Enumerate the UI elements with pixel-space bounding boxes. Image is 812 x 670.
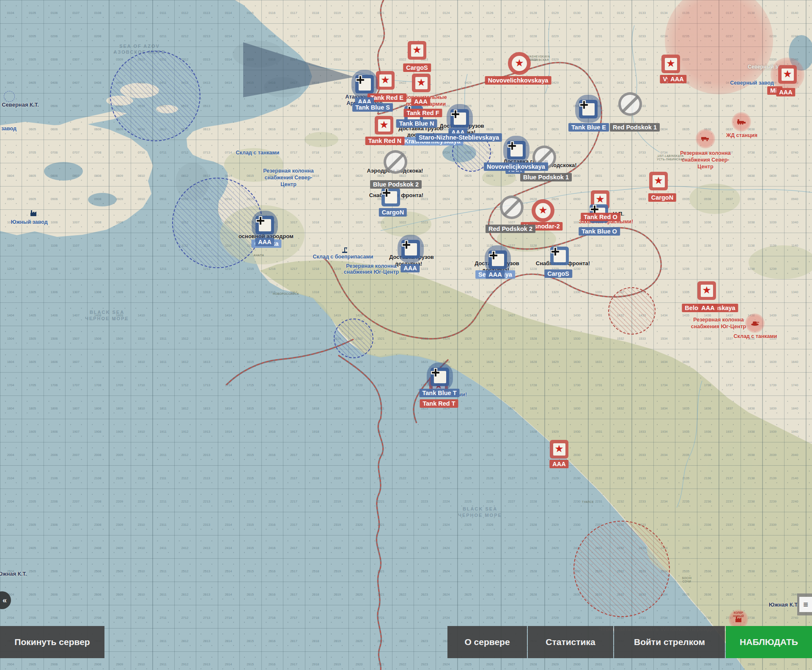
unit-label[interactable]: AAA <box>549 460 568 468</box>
unit-marker-north-plant-aaa-red[interactable]: ★ <box>778 65 797 84</box>
red-star-icon: ★ <box>553 443 565 456</box>
map-status-text: снабжения Север- <box>682 157 730 163</box>
map-status-text: Склад с танками <box>236 150 280 156</box>
unit-label[interactable]: AAA <box>255 238 274 246</box>
dashed-circle <box>4 91 15 102</box>
truck-icon <box>696 129 715 148</box>
unit-marker-cargon-red[interactable]: ★ <box>649 172 668 190</box>
red-star-icon: ★ <box>665 58 677 70</box>
unit-label[interactable]: AAA <box>667 75 686 83</box>
map-status-text: снабжения Север- <box>265 175 313 181</box>
unit-marker-cargos-red-airfield[interactable]: ★ <box>408 41 426 60</box>
unit-label[interactable]: CargoN <box>648 193 676 202</box>
town-name-label: АНАПА <box>254 254 264 257</box>
statistics-button[interactable]: Статистика <box>528 626 613 658</box>
unit-marker-tank-red-e[interactable]: ★ <box>376 71 395 90</box>
unit-marker-tank-red-n[interactable]: ★ <box>375 116 393 135</box>
unit-label[interactable]: Tank Red F <box>403 109 442 117</box>
red-star-icon: ★ <box>535 203 551 218</box>
map-status-text: Северный завод <box>730 80 774 86</box>
about-server-button[interactable]: О сервере <box>447 626 527 658</box>
no-entry-icon <box>618 92 642 116</box>
unit-marker-novovelichkovskaya-red[interactable]: ★ <box>508 52 531 75</box>
german-cross-icon <box>492 254 504 266</box>
unit-label[interactable]: AAA <box>401 264 420 272</box>
leave-server-button[interactable]: Покинуть сервер <box>0 626 104 658</box>
german-cross-icon <box>434 371 446 383</box>
unit-marker-cargos-blue[interactable] <box>550 247 569 265</box>
unit-marker-severskaya-aaa-blue[interactable] <box>488 250 507 269</box>
town-name-label: СОЧИ <box>683 580 691 583</box>
unit-marker-staro-nizhne-steblievskaya-blue[interactable] <box>450 109 469 128</box>
unit-label[interactable]: Tank Red O <box>581 213 620 221</box>
unit-marker-main-airfield-aaa-blue[interactable] <box>255 216 274 234</box>
map-status-text: Склад с боеприпасами <box>313 254 373 260</box>
unit-label[interactable]: Tank Blue O <box>579 227 620 236</box>
unit-label[interactable]: AAA <box>486 270 505 279</box>
join-gunner-button[interactable]: Войти стрелком <box>614 626 725 658</box>
unit-label[interactable]: Novovelicjkovskaya <box>484 162 548 171</box>
unit-marker-belorechenskaya-red[interactable]: ★ <box>697 281 716 300</box>
sea-name-label: ЧЕРНОЕ МОРЕ <box>85 316 129 321</box>
sea-name-label: ЧЕРНОЕ МОРЕ <box>458 513 502 518</box>
train-icon <box>732 112 751 132</box>
unit-label[interactable]: AAA <box>776 88 795 96</box>
sea-name-label: BLACK SEA <box>463 506 497 511</box>
town-name-label: SOCHI <box>682 577 691 579</box>
poi-name-label: КОЛЕР <box>734 611 743 614</box>
sea-name-label: BLACK SEA <box>90 310 124 315</box>
unit-marker-tank-blue-s[interactable] <box>355 75 374 93</box>
map-status-text: снабжения Юг-Центр <box>344 269 399 275</box>
unit-label[interactable]: Blue Podskok 2 <box>370 180 422 189</box>
map-status-text: Резервная колонна <box>693 317 743 323</box>
unit-marker-aaa-red-south[interactable]: ★ <box>550 440 568 459</box>
map-status-text: Северная К.Т. <box>2 102 39 108</box>
blue-zone-circle <box>172 178 263 268</box>
sea-name-label: SEA OF AZOV <box>119 44 160 49</box>
unit-label[interactable]: Tank Red N <box>365 137 405 145</box>
red-star-icon: ★ <box>411 44 423 57</box>
town-name-label: UST-LABINSKAYA <box>658 154 683 157</box>
unit-label[interactable]: Tank Blue E <box>568 123 609 132</box>
unit-label[interactable]: Tank Blue T <box>419 389 459 397</box>
unit-label[interactable]: AAA <box>698 304 717 312</box>
unit-marker-aaa-red-north[interactable]: ★ <box>412 74 431 92</box>
german-cross-icon <box>582 103 595 115</box>
unit-marker-novovelicjkovskaya-blue[interactable] <box>507 141 526 159</box>
no-entry-icon <box>384 150 407 174</box>
no-entry-icon <box>500 195 524 219</box>
unit-marker-tank-blue-e[interactable] <box>579 100 598 118</box>
unit-label[interactable]: CargoS <box>403 63 431 72</box>
server-map[interactable]: 0104010501060107010801090110011101120113… <box>0 0 812 670</box>
unit-label[interactable]: Blue Podskok 1 <box>520 173 572 181</box>
red-star-icon: ★ <box>653 175 665 187</box>
unit-marker-aaa-blue-center[interactable] <box>401 240 420 258</box>
town-name-label: УСТЬ-ЛАБИНСКАЯ <box>657 158 685 161</box>
unit-label[interactable]: Tank Blue N <box>396 119 437 128</box>
list-menu-button[interactable]: ≡ <box>799 597 812 612</box>
unit-marker-krasnodar-2-red[interactable]: ★ <box>532 199 554 222</box>
unit-label[interactable]: Tank Red T <box>420 399 458 408</box>
observe-button[interactable]: НАБЛЮДАТЬ <box>726 626 812 658</box>
map-status-text: Южная К.Т. <box>0 571 27 577</box>
unit-label[interactable]: Novovelichkovskaya <box>485 76 551 85</box>
german-cross-icon <box>385 191 397 203</box>
unit-label[interactable]: Staro-Nizhne-Steblievskaya <box>416 133 502 142</box>
german-cross-icon <box>405 243 417 255</box>
unit-label[interactable]: AAA <box>411 97 430 106</box>
unit-label[interactable]: CargoN <box>379 208 407 217</box>
unit-label[interactable]: CargoS <box>544 269 572 278</box>
unit-marker-cargon-blue[interactable] <box>381 188 400 206</box>
blue-zone-circle <box>110 51 200 141</box>
unit-label[interactable]: Red Podskok 1 <box>610 123 660 132</box>
map-status-text: Центр <box>697 164 713 170</box>
red-star-icon: ★ <box>512 56 527 71</box>
map-status-text: Резервная колонна <box>346 263 396 269</box>
german-cross-icon <box>454 113 466 125</box>
unit-marker-tank-blue-t[interactable] <box>431 368 449 386</box>
red-star-icon: ★ <box>415 77 428 89</box>
unit-label[interactable]: Tank Blue S <box>352 103 393 112</box>
unit-marker-vy-aaa-red[interactable]: ★ <box>661 55 680 73</box>
unit-label[interactable]: Red Podskok 2 <box>486 225 535 233</box>
german-cross-icon <box>510 144 523 157</box>
